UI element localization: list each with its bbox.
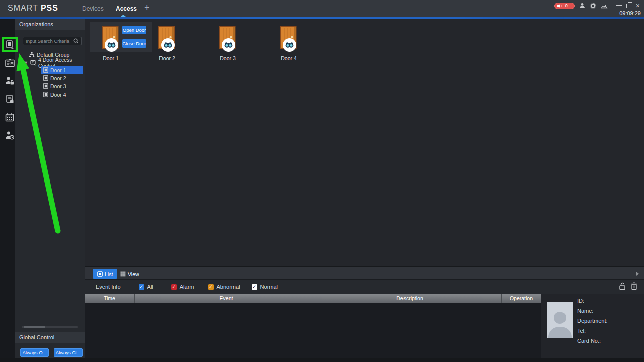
dashboard-gauge-icon[interactable] <box>601 3 608 9</box>
horizontal-scrollbar[interactable] <box>22 326 78 328</box>
open-door-button[interactable]: Open Door <box>122 26 146 34</box>
user-card-icon[interactable] <box>5 58 15 70</box>
filter-abnormal[interactable]: ✓ Abnormal <box>208 284 240 290</box>
event-table-body <box>85 303 541 358</box>
clock: 09:09:29 <box>619 10 641 16</box>
title-bar: SMART PSS Devices Access + 0 × 09 <box>0 0 644 17</box>
search-input[interactable] <box>23 38 73 44</box>
global-control-title: Global Control <box>15 332 85 343</box>
smart-pss-window: SMART PSS Devices Access + 0 × 09 <box>0 0 644 362</box>
tree-item-door-3[interactable]: Door 3 <box>43 82 66 90</box>
trash-icon[interactable] <box>631 282 637 292</box>
tab-view[interactable]: View <box>116 269 144 279</box>
console-main: Door 1 Open Door Close Door Door 2 Door … <box>85 19 644 362</box>
user-account-icon[interactable] <box>579 3 585 9</box>
event-view-tabbar: List View <box>85 266 644 280</box>
door-item-icon <box>43 83 48 89</box>
monitor-binoculars-icon[interactable] <box>283 38 296 52</box>
person-avatar <box>547 302 573 338</box>
scrollbar-thumb[interactable] <box>24 326 45 328</box>
doors-area: Door 1 Open Door Close Door Door 2 Door … <box>85 19 644 266</box>
column-operation[interactable]: Operation <box>502 294 541 303</box>
tab-devices[interactable]: Devices <box>82 5 104 12</box>
module-sidebar <box>0 19 15 362</box>
tree-item-door-1[interactable]: Door 1 <box>43 66 66 74</box>
door-item-icon <box>43 67 48 73</box>
always-close-button[interactable]: Always Cl... <box>54 348 83 357</box>
organizations-title: Organizations <box>15 19 85 30</box>
tab-list[interactable]: List <box>93 269 117 279</box>
event-filter-row: Event Info ✓ All ✓ Alarm ✓ Abnormal ✓ No… <box>85 280 644 294</box>
alarm-count: 0 <box>565 3 568 9</box>
restore-button[interactable] <box>626 4 631 8</box>
search-icon[interactable] <box>73 38 79 44</box>
always-open-button[interactable]: Always O... <box>20 348 49 357</box>
event-table-header: Time Event Description Operation <box>85 294 541 303</box>
checkbox-all[interactable]: ✓ <box>139 284 144 290</box>
door-label: Door 4 <box>274 55 304 61</box>
add-tab-button[interactable]: + <box>144 3 150 13</box>
filter-alarm[interactable]: ✓ Alarm <box>171 284 194 290</box>
door-label: Door 1 <box>96 55 126 61</box>
person-department-label: Department: <box>577 318 608 324</box>
tab-access[interactable]: Access <box>116 5 137 12</box>
app-logo: SMART PSS <box>8 4 58 13</box>
bottom-strip <box>0 358 644 362</box>
tree-item-door-4[interactable]: Door 4 <box>43 90 66 98</box>
door-log-icon[interactable] <box>5 94 15 106</box>
user-permission-icon[interactable] <box>5 76 15 88</box>
monitor-binoculars-icon[interactable] <box>161 38 175 52</box>
tree-item-door-2[interactable]: Door 2 <box>43 74 66 82</box>
door-label: Door 2 <box>152 55 182 61</box>
active-tab-caret <box>121 15 126 17</box>
column-time[interactable]: Time <box>85 294 135 303</box>
close-door-button[interactable]: Close Door <box>122 39 146 48</box>
close-button[interactable]: × <box>636 3 640 9</box>
speaker-icon <box>557 4 562 8</box>
monitor-binoculars-icon[interactable] <box>222 38 235 52</box>
checkbox-abnormal[interactable]: ✓ <box>208 284 214 290</box>
door-item-icon <box>43 75 48 81</box>
event-info-label: Event Info <box>96 284 121 290</box>
annotation-highlight-box <box>2 37 18 52</box>
monitor-binoculars-icon[interactable] <box>105 38 118 52</box>
person-info-panel: ID: Name: Department: Tel: Card No.: <box>541 294 644 358</box>
collapse-caret-icon[interactable]: ▼ <box>24 60 28 65</box>
access-controller-icon <box>30 60 36 66</box>
view-grid-icon <box>120 271 126 277</box>
checkbox-normal[interactable]: ✓ <box>252 284 257 290</box>
filter-all[interactable]: ✓ All <box>139 284 153 290</box>
door-label: Door 3 <box>213 55 243 61</box>
door-item-icon <box>43 92 48 97</box>
organizations-panel: Organizations Default Group ▼ 4 Door Acc… <box>15 19 85 362</box>
minimize-button[interactable] <box>616 5 622 6</box>
list-grid-icon <box>97 271 103 277</box>
tree-item-device[interactable]: ▼ 4 Door Access Control <box>24 59 85 66</box>
attendance-user-clock-icon[interactable] <box>5 130 15 142</box>
panel-expander-arrow-icon[interactable] <box>636 272 639 276</box>
unlock-icon[interactable] <box>619 282 626 292</box>
person-id-label: ID: <box>577 298 584 304</box>
column-event[interactable]: Event <box>135 294 318 303</box>
search-box[interactable] <box>23 37 82 45</box>
checkbox-alarm[interactable]: ✓ <box>171 284 177 290</box>
person-cardno-label: Card No.: <box>577 338 601 344</box>
settings-gear-icon[interactable] <box>590 3 596 9</box>
column-description[interactable]: Description <box>318 294 502 303</box>
schedule-calendar-icon[interactable] <box>5 112 15 124</box>
filter-normal[interactable]: ✓ Normal <box>252 284 278 290</box>
person-name-label: Name: <box>577 308 593 314</box>
alarm-sound-badge[interactable]: 0 <box>554 3 575 9</box>
group-hierarchy-icon <box>29 52 35 58</box>
person-tel-label: Tel: <box>577 328 586 334</box>
